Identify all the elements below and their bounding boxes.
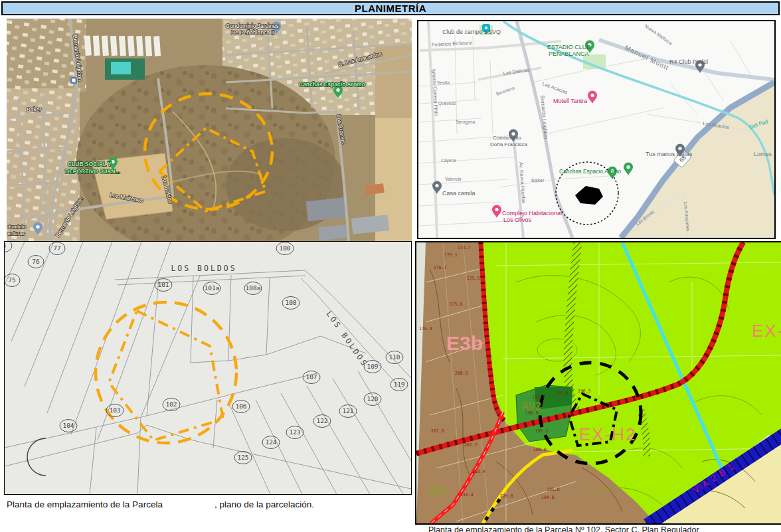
svg-text:194.8: 194.8 [541,495,555,500]
svg-text:75: 75 [8,276,15,284]
street-label: Quevedo [438,101,456,106]
poi-label: Canchas Espacio Aromo [299,81,365,88]
poi-label: ESTADIO CLUB [547,44,590,50]
svg-text:175.1: 175.1 [444,252,458,258]
svg-text:207.7: 207.7 [464,442,477,448]
page-title: PLANIMETRÍA [1,1,780,15]
svg-text:233.4: 233.4 [460,492,474,497]
svg-text:120: 120 [367,395,378,402]
poi-label: Doña Francisca [490,141,528,147]
svg-text:196.5: 196.5 [578,389,591,394]
svg-text:121: 121 [342,407,353,414]
zone-label-exh2: EX-H2 [579,424,637,444]
bus-stop-icon [70,77,77,84]
planimetry-sheet: PLANIMETRÍA [0,0,781,532]
street-label: Lomas [754,151,772,157]
svg-text:186.8: 186.8 [555,391,568,396]
street-label: LOS BOLDOS [171,264,236,273]
street-label: Sevilla [437,80,450,85]
caption-parcel-plan: Planta de emplazamiento de la Parcela, p… [7,499,314,509]
svg-text:108a: 108a [246,284,261,292]
svg-text:106: 106 [235,402,246,410]
svg-text:104: 104 [62,422,74,429]
svg-text:103: 103 [109,406,120,414]
poi-label: Canchas Espacio Aromo [559,168,621,175]
svg-text:207.8: 207.8 [431,428,444,434]
svg-text:125: 125 [237,454,248,461]
zone-label-exh: EX-H [752,321,781,341]
poi-label: CLUB SOCIAL Y [68,161,112,167]
svg-text:101a: 101a [205,284,220,292]
caption-text: Planta de emplazamiento de la Parcela [7,499,163,509]
poi-label: Motell Tantra [553,98,587,104]
svg-text:110: 110 [389,353,400,361]
poi-label: Club de campo SSVQ [442,29,501,35]
poi-label: Los Olivos [503,217,532,223]
svg-text:175.6: 175.6 [450,302,463,307]
poi-label: Casa camila [442,190,476,197]
svg-text:175.4: 175.4 [419,326,432,331]
svg-text:109: 109 [367,363,378,370]
poi-label: Condominio Jardines [226,23,279,29]
svg-text:100: 100 [279,244,290,252]
svg-text:190.9: 190.9 [525,410,539,416]
parcel-plan-panel: LOS BOLDOS LOS BOLDOS 6 75 76 77 100 101… [4,241,412,495]
svg-text:77: 77 [53,244,60,252]
pool [111,62,131,74]
street-label: Cayena [441,158,456,163]
poi-label: dominio [7,224,27,230]
svg-text:200.5: 200.5 [455,371,468,376]
svg-text:203.4: 203.4 [472,469,485,474]
svg-text:107: 107 [305,373,317,381]
street-label: Valencia [445,177,462,181]
zone-label-e3b: E3b [446,332,483,354]
zoning-map-panel: VIA 2 B 1 E3b EX-H2 EX-H AV2 465 173.7 1… [415,241,781,525]
svg-text:195.2: 195.2 [535,428,549,434]
svg-text:76: 76 [32,258,40,265]
street-label: Tarragona [456,120,476,125]
poi-label: enturas [7,230,25,236]
svg-text:191.2: 191.2 [532,395,545,400]
svg-text:108: 108 [285,299,296,306]
svg-text:191.8: 191.8 [547,487,560,492]
zoning-map: VIA 2 B 1 E3b EX-H2 EX-H AV2 465 173.7 1… [416,242,781,523]
caption-text: , plano de la parcelación. [215,499,314,509]
street-map-panel: 68 Club de campo SSVQ Federico Errázuriz [417,20,776,239]
svg-text:119: 119 [393,381,404,388]
satellite-map-panel: Condominio Jardines De Peñablanca II Ber… [7,19,412,241]
svg-text:220.8: 220.8 [500,493,513,499]
svg-text:173.7: 173.7 [458,245,471,250]
poi-label: Condominio [493,135,521,141]
svg-text:123: 123 [289,428,300,436]
poi-label: Tus manos bellas [646,151,693,157]
svg-text:101: 101 [157,281,169,288]
parcel-plan: LOS BOLDOS LOS BOLDOS 6 75 76 77 100 101… [5,242,411,494]
zone-label-465: 465 [428,486,446,497]
svg-text:122: 122 [316,417,327,424]
poi-label: Complejo Habitacional [502,210,562,217]
street-label: Baker [27,106,41,113]
svg-text:189.8: 189.8 [533,447,547,452]
svg-text:176.7: 176.7 [434,265,447,270]
poi-label: PEÑABLANCA [549,50,589,57]
svg-text:6: 6 [5,242,6,249]
caption-zoning-map: Planta de emplazamiento de la Parcela Nº… [428,525,699,532]
street-map: 68 Club de campo SSVQ Federico Errázuriz [418,21,774,238]
svg-text:124: 124 [265,438,276,446]
poi-label: De Peñablanca II [231,29,274,36]
poi-label: R4 Club Padel [669,58,708,65]
satellite-map: Condominio Jardines De Peñablanca II Ber… [7,19,412,241]
svg-text:175.5: 175.5 [467,276,480,281]
street-label: Baker [531,177,545,183]
poi-label: DEPORTIVO JUAN... [65,168,120,175]
svg-text:102: 102 [165,400,177,408]
